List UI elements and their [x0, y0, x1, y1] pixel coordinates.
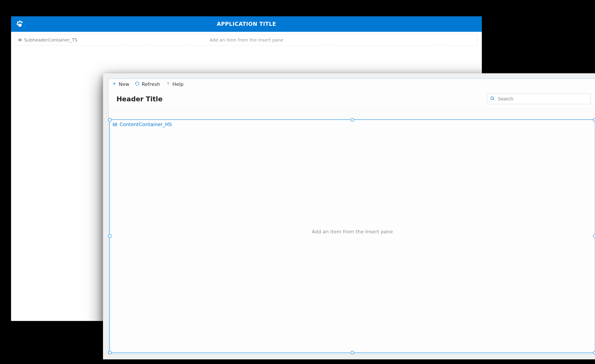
search-icon [490, 96, 495, 102]
subheader-container-tag: SubheaderContainer_TS [16, 37, 77, 43]
svg-point-4 [18, 24, 22, 27]
svg-point-1 [19, 21, 21, 22]
resize-handle-bottom-right[interactable] [593, 351, 595, 354]
svg-rect-6 [20, 39, 21, 41]
search-input[interactable] [498, 96, 588, 102]
subheader-placeholder-text: Add an item from the Insert pane [210, 37, 283, 43]
app-header-bar: APPLICATION TITLE [11, 16, 482, 32]
designer-window-front: New Refresh Help Header Title ContentCon… [103, 73, 595, 359]
refresh-button[interactable]: Refresh [135, 81, 160, 87]
subheader-container-name: SubheaderContainer_TS [24, 37, 77, 43]
svg-rect-14 [113, 124, 117, 126]
svg-point-10 [168, 85, 168, 85]
content-container-name: ContentContainer_HS [120, 122, 172, 127]
svg-rect-5 [19, 39, 20, 41]
resize-handle-bottom-left[interactable] [108, 351, 112, 354]
app-logo-icon [15, 20, 24, 28]
content-container-selected[interactable]: ContentContainer_HS Add an item from the… [109, 119, 595, 353]
designer-canvas[interactable]: New Refresh Help Header Title ContentCon… [108, 79, 595, 354]
help-button[interactable]: Help [165, 81, 184, 87]
search-box[interactable] [487, 94, 591, 104]
new-button-label: New [119, 82, 129, 87]
resize-handle-top-left[interactable] [108, 118, 112, 122]
resize-handle-bottom[interactable] [351, 351, 354, 354]
container-icon [113, 122, 117, 127]
plus-icon [112, 81, 117, 87]
svg-point-2 [21, 21, 23, 23]
subheader-container-dropzone[interactable]: SubheaderContainer_TS Add an item from t… [15, 34, 477, 46]
resize-handle-top[interactable] [351, 118, 354, 122]
help-button-label: Help [172, 82, 184, 87]
svg-rect-7 [21, 39, 21, 41]
content-placeholder-text: Add an item from the Insert pane [312, 229, 393, 234]
svg-point-0 [17, 21, 19, 23]
svg-point-3 [17, 23, 18, 25]
refresh-icon [135, 81, 140, 87]
svg-point-11 [491, 97, 494, 100]
resize-handle-left[interactable] [108, 234, 112, 238]
help-icon [165, 81, 171, 87]
header-row: Header Title [108, 90, 595, 108]
page-header-title: Header Title [116, 95, 163, 103]
resize-handle-top-right[interactable] [593, 118, 595, 122]
refresh-button-label: Refresh [142, 82, 160, 87]
app-title: APPLICATION TITLE [217, 21, 276, 27]
columns-icon [18, 38, 22, 42]
command-bar: New Refresh Help [108, 79, 595, 90]
svg-rect-13 [113, 123, 117, 124]
new-button[interactable]: New [112, 81, 129, 87]
resize-handle-right[interactable] [593, 234, 595, 238]
svg-line-12 [493, 99, 494, 100]
